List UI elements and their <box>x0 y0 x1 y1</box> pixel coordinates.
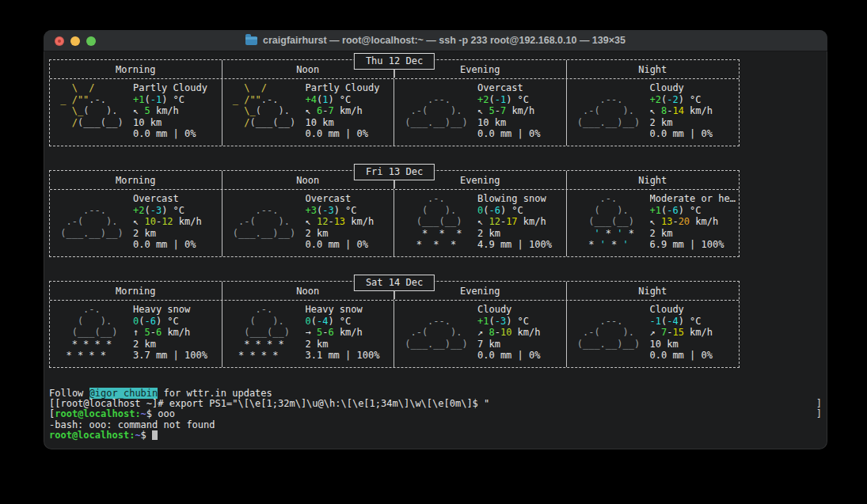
temperature-text: 0(-4) °C <box>306 316 393 328</box>
visibility-text: 2 km <box>306 228 393 240</box>
temperature-text: +3(-3) °C <box>306 205 393 217</box>
cell-details: Cloudy-1(-4) °C↗ 7-15 km/h10 km0.0 mm | … <box>650 304 738 367</box>
bash-error-line: -bash: ooo: command not found <box>49 420 822 430</box>
zoom-button[interactable] <box>86 36 96 46</box>
condition-text: Blowing snow <box>477 193 565 205</box>
wind-text: ↖ 8-14 km/h <box>650 105 738 117</box>
shell-output: Follow @igor_chubin for wttr.in updates[… <box>49 388 822 441</box>
period-header-night: Night <box>567 60 740 78</box>
temperature-text: +2(-1) °C <box>477 94 565 106</box>
window-title-text: craigfairhurst — root@localhost:~ — ssh … <box>263 35 626 46</box>
wind-text: ↗ 7-15 km/h <box>650 327 738 339</box>
heavy-snow-icon: .-. ( ). (___(__) * * * * * * * * <box>227 304 306 367</box>
precip-text: 0.0 mm | 0% <box>133 239 220 251</box>
cloudy-icon: .--. .-( ). (___.__)__) <box>55 193 133 256</box>
cell-details: Heavy snow0(-4) °C→ 5-6 km/h2 km3.1 mm |… <box>306 304 393 367</box>
wind-text: ↖ 13-20 km/h <box>650 216 738 228</box>
visibility-text: 2 km <box>650 117 738 129</box>
terminal-window: craigfairhurst — root@localhost:~ — ssh … <box>44 30 827 449</box>
cloudy-icon: .--. .-( ). (___.__)__) <box>572 82 650 146</box>
cell-details: Heavy snow0(-6) °C↑ 5-6 km/h2 km3.7 mm |… <box>133 304 220 367</box>
wind-text: ↖ 6-7 km/h <box>306 105 393 117</box>
forecast-cell-morning: .--. .-( ). (___.__)__) Overcast+2(-3) °… <box>50 190 222 256</box>
minimize-button[interactable] <box>70 36 80 46</box>
date-tab: Sat 14 Dec <box>354 275 435 291</box>
cell-details: Overcast+2(-3) °C↖ 10-12 km/h2 km0.0 mm … <box>133 193 220 256</box>
precip-text: 0.0 mm | 0% <box>306 128 393 140</box>
window-controls <box>55 36 96 46</box>
precip-text: 3.7 mm | 100% <box>133 350 220 362</box>
terminal-cursor <box>152 430 158 440</box>
forecast-cell-evening: .--. .-( ). (___.__)__) Overcast+2(-1) °… <box>394 79 567 146</box>
cloudy-icon: .--. .-( ). (___.__)__) <box>399 304 477 367</box>
forecast-cells-row: .-. ( ). (___(__) * * * * * * * * Heavy … <box>50 301 739 367</box>
close-button[interactable] <box>55 36 64 46</box>
heavy-snow-icon: .-. ( ). (___(__) * * * * * * * * <box>55 304 133 367</box>
period-header-morning: Morning <box>50 171 222 189</box>
forecast-cell-night: .-. ( ). (___(__) ' * ' * * ' * ' Modera… <box>567 190 740 256</box>
precip-text: 3.1 mm | 100% <box>306 350 393 362</box>
condition-text: Partly Cloudy <box>133 82 220 94</box>
wind-text: ↑ 5-6 km/h <box>133 327 220 339</box>
condition-text: Heavy snow <box>306 304 393 316</box>
precip-text: 6.9 mm | 100% <box>650 239 738 251</box>
igor-chubin-handle: @igor_chubin <box>89 388 158 399</box>
wind-text: ↖ 5-7 km/h <box>477 105 565 117</box>
condition-text: Overcast <box>477 82 565 94</box>
visibility-text: 10 km <box>477 117 565 129</box>
period-header-night: Night <box>567 282 740 300</box>
visibility-text: 10 km <box>306 117 393 129</box>
forecast-cells-row: \ / _ /"".-. \_( ). /(___(__) Partly Clo… <box>50 79 739 146</box>
wind-text: ↖ 12-13 km/h <box>306 216 393 228</box>
cloudy-icon: .--. .-( ). (___.__)__) <box>572 304 650 367</box>
temperature-text: 0(-6) °C <box>133 316 220 328</box>
forecast-cell-night: .--. .-( ). (___.__)__) Cloudy-1(-4) °C↗… <box>567 301 740 367</box>
wrap-bracket: ] <box>816 409 822 419</box>
period-header-morning: Morning <box>50 60 222 78</box>
cell-details: Overcast+2(-1) °C↖ 5-7 km/h10 km0.0 mm |… <box>477 82 565 146</box>
condition-text: Moderate or he… <box>650 193 738 205</box>
forecast-cells-row: .--. .-( ). (___.__)__) Overcast+2(-3) °… <box>50 190 739 256</box>
forecast-cell-morning: \ / _ /"".-. \_( ). /(___(__) Partly Clo… <box>50 79 222 146</box>
cloudy-icon: .--. .-( ). (___.__)__) <box>399 82 477 146</box>
cloudy-icon: .--. .-( ). (___.__)__) <box>227 193 306 256</box>
snow-shower-icon: .-. ( ). (___(__) * * * * * * <box>399 193 477 256</box>
precip-text: 0.0 mm | 0% <box>650 128 738 140</box>
forecast-cell-evening: .--. .-( ). (___.__)__) Cloudy+1(-3) °C↗… <box>394 301 567 367</box>
cell-details: Cloudy+1(-3) °C↗ 8-10 km/h7 km0.0 mm | 0… <box>477 304 565 367</box>
visibility-text: 2 km <box>477 228 565 240</box>
cell-details: Cloudy+2(-2) °C↖ 8-14 km/h2 km0.0 mm | 0… <box>650 82 738 146</box>
forecast-cell-night: .--. .-( ). (___.__)__) Cloudy+2(-2) °C↖… <box>567 79 740 146</box>
condition-text: Overcast <box>306 193 393 205</box>
precip-text: 0.0 mm | 0% <box>477 350 565 362</box>
wind-text: ↖ 5 km/h <box>133 105 220 117</box>
cell-details: Blowing snow0(-6) °C↖ 12-17 km/h2 km4.9 … <box>477 193 565 256</box>
cell-details: Overcast+3(-3) °C↖ 12-13 km/h2 km0.0 mm … <box>306 193 393 256</box>
forecast-cell-morning: .-. ( ). (___(__) * * * * * * * * Heavy … <box>50 301 222 367</box>
forecast-days: MorningNoonEveningNight \ / _ /"".-. \_(… <box>49 53 822 385</box>
period-header-night: Night <box>567 171 740 189</box>
precip-text: 4.9 mm | 100% <box>477 239 565 251</box>
prompt-line: root@localhost:~$ <box>49 430 822 441</box>
condition-text: Cloudy <box>477 304 565 316</box>
date-tab: Thu 12 Dec <box>354 53 435 70</box>
temperature-text: +1(-3) °C <box>477 316 565 328</box>
temperature-text: +2(-2) °C <box>650 94 738 106</box>
visibility-text: 10 km <box>650 339 738 351</box>
titlebar[interactable]: craigfairhurst — root@localhost:~ — ssh … <box>44 30 827 51</box>
period-header-morning: Morning <box>50 282 222 300</box>
terminal-content[interactable]: MorningNoonEveningNight \ / _ /"".-. \_(… <box>44 51 827 449</box>
visibility-text: 2 km <box>306 339 393 351</box>
wind-text: ↗ 8-10 km/h <box>477 327 565 339</box>
temperature-text: +1(-6) °C <box>650 205 738 217</box>
forecast-day-thu: MorningNoonEveningNight \ / _ /"".-. \_(… <box>49 53 740 164</box>
precip-text: 0.0 mm | 0% <box>650 350 738 362</box>
wind-text: ↖ 12-17 km/h <box>477 216 565 228</box>
precip-text: 0.0 mm | 0% <box>477 128 565 140</box>
cell-details: Partly Cloudy+1(-1) °C↖ 5 km/h10 km0.0 m… <box>133 82 220 146</box>
partly-cloudy-icon: \ / _ /"".-. \_( ). /(___(__) <box>55 82 133 146</box>
forecast-day-fri: MorningNoonEveningNight .--. .-( ). (___… <box>49 164 740 275</box>
temperature-text: +2(-3) °C <box>133 205 220 217</box>
forecast-day-sat: MorningNoonEveningNight .-. ( ). (___(__… <box>49 275 740 385</box>
forecast-cell-noon: .-. ( ). (___(__) * * * * * * * * Heavy … <box>222 301 395 367</box>
